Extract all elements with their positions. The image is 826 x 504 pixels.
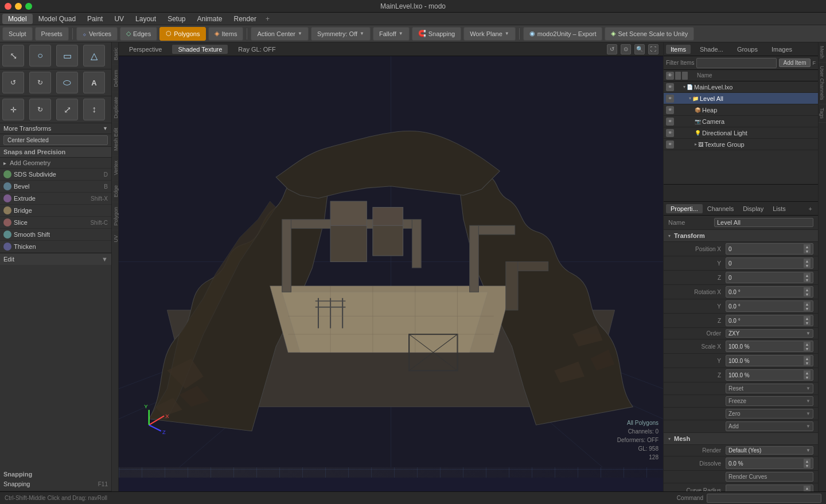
- dissolve-stepper[interactable]: ▲ ▼: [804, 459, 811, 468]
- eye-camera[interactable]: 👁: [666, 118, 674, 126]
- tool-bridge[interactable]: Bridge: [0, 205, 111, 217]
- menu-paint[interactable]: Paint: [81, 14, 108, 24]
- tool-smooth-shift[interactable]: Smooth Shift: [0, 229, 111, 241]
- vp-fullscreen-btn[interactable]: ⛶: [648, 44, 659, 54]
- vp-tab-shaded[interactable]: Shaded Texture: [172, 45, 228, 54]
- menu-layout[interactable]: Layout: [130, 14, 162, 24]
- rot-y-up[interactable]: ▲: [804, 302, 811, 306]
- eye-dirlight[interactable]: 👁: [666, 129, 674, 137]
- eye-col-icon[interactable]: 👁: [666, 72, 674, 80]
- snapping-button[interactable]: 🧲 Snapping: [412, 27, 462, 41]
- prop-tab-display[interactable]: Display: [738, 204, 768, 213]
- eye-heap[interactable]: 👁: [666, 106, 674, 114]
- filter-input[interactable]: [696, 58, 777, 68]
- falloff-button[interactable]: Falloff ▼: [373, 27, 410, 41]
- tool-text[interactable]: A: [83, 72, 105, 93]
- add-geometry-item[interactable]: ▸ Add Geometry: [0, 158, 111, 169]
- dissolve-value[interactable]: 0.0 % ▲ ▼: [726, 458, 813, 469]
- right-tab-mesh[interactable]: Mesh: [819, 42, 826, 62]
- snapping-item-snapping[interactable]: Snapping F11: [3, 479, 108, 489]
- side-tab-polygon[interactable]: Polygon: [112, 202, 118, 230]
- tool-move[interactable]: ⤡: [2, 45, 24, 67]
- tree-item-levelall[interactable]: 👁 ▾ 📁 Level All: [664, 93, 818, 104]
- vp-tab-perspective[interactable]: Perspective: [123, 45, 167, 54]
- menu-plus[interactable]: +: [262, 14, 273, 24]
- position-y-value[interactable]: 0 ▲ ▼: [726, 257, 813, 269]
- scale-y-value[interactable]: 100.0 % ▲ ▼: [726, 355, 813, 366]
- mesh-section-header[interactable]: ▾ Mesh: [664, 433, 818, 445]
- scale-y-down[interactable]: ▼: [804, 361, 811, 365]
- curve-radius-value[interactable]: ▲ ▼: [726, 485, 813, 491]
- add-button[interactable]: Add ▼: [726, 421, 813, 431]
- pos-x-up[interactable]: ▲: [804, 244, 811, 249]
- rot-y-down[interactable]: ▼: [804, 306, 811, 311]
- tree-item-mainlevel[interactable]: 👁 ▾ 📄 MainLevel.lxo: [664, 81, 818, 93]
- eye-mainlevel[interactable]: 👁: [666, 83, 674, 91]
- polygons-button[interactable]: ⬡ Polygons: [159, 27, 206, 41]
- rotation-y-stepper[interactable]: ▲ ▼: [804, 302, 811, 311]
- scale-z-stepper[interactable]: ▲ ▼: [804, 370, 811, 380]
- curve-radius-down[interactable]: ▼: [804, 490, 811, 491]
- rotation-z-stepper[interactable]: ▲ ▼: [804, 316, 811, 325]
- sculpt-button[interactable]: Sculpt: [2, 27, 33, 41]
- side-tab-uv[interactable]: UV: [112, 230, 118, 247]
- vp-reset-btn[interactable]: ↺: [607, 44, 617, 54]
- menu-animate[interactable]: Animate: [191, 14, 228, 24]
- tool-sds-subdivide[interactable]: SDS Subdivide D: [0, 169, 111, 181]
- items-button[interactable]: ◈ Items: [208, 27, 243, 41]
- set-scene-scale-button[interactable]: ◈ Set Scene Scale to Unity: [605, 27, 694, 41]
- scale-z-value[interactable]: 100.0 % ▲ ▼: [726, 369, 813, 381]
- order-value[interactable]: ZXY ▼: [726, 329, 813, 338]
- scale-x-down[interactable]: ▼: [804, 346, 811, 351]
- tool-rotate[interactable]: ↻: [29, 99, 51, 120]
- vertices-button[interactable]: ⬦ Vertices: [76, 27, 118, 41]
- scene-canvas[interactable]: X Y Z All Polygons Channels: 0 Deformers…: [119, 56, 663, 478]
- transform-section-header[interactable]: ▾ Transform: [664, 230, 818, 242]
- edges-button[interactable]: ◇ Edges: [120, 27, 157, 41]
- tool-thicken[interactable]: Thicken: [0, 241, 111, 253]
- side-tab-duplicate[interactable]: Duplicate: [112, 92, 118, 123]
- items-tab-items[interactable]: Items: [666, 45, 691, 54]
- rot-z-down[interactable]: ▼: [804, 321, 811, 325]
- rotation-z-value[interactable]: 0.0 ° ▲ ▼: [726, 315, 813, 326]
- tool-slice[interactable]: Slice Shift-C: [0, 217, 111, 229]
- vp-tab-raygl[interactable]: Ray GL: OFF: [232, 45, 281, 54]
- add-item-button[interactable]: Add Item: [779, 58, 810, 67]
- workplane-button[interactable]: Work Plane ▼: [463, 27, 516, 41]
- tool-bevel[interactable]: Bevel B: [0, 181, 111, 193]
- tool-extrude[interactable]: Extrude Shift-X: [0, 193, 111, 205]
- menu-render[interactable]: Render: [228, 14, 262, 24]
- position-y-stepper[interactable]: ▲ ▼: [804, 259, 811, 268]
- scale-z-down[interactable]: ▼: [804, 375, 811, 380]
- presets-button[interactable]: Presets: [35, 27, 69, 41]
- tool-flip[interactable]: ↕: [83, 99, 105, 120]
- position-x-stepper[interactable]: ▲ ▼: [804, 244, 811, 253]
- minimize-button[interactable]: [15, 3, 22, 10]
- position-z-stepper[interactable]: ▲ ▼: [804, 273, 811, 282]
- pos-y-up[interactable]: ▲: [804, 259, 811, 263]
- side-tab-basic[interactable]: Basic: [112, 42, 118, 65]
- items-tab-groups[interactable]: Groups: [733, 45, 762, 54]
- tool-box[interactable]: ▭: [56, 45, 78, 67]
- rot-x-up[interactable]: ▲: [804, 287, 811, 292]
- viewport[interactable]: Perspective Shaded Texture Ray GL: OFF ↺…: [119, 42, 663, 491]
- curve-radius-up[interactable]: ▲: [804, 486, 811, 490]
- tool-bend[interactable]: ↺: [2, 72, 24, 93]
- pos-x-down[interactable]: ▼: [804, 249, 811, 253]
- menu-uv[interactable]: UV: [108, 14, 130, 24]
- rotation-y-value[interactable]: 0.0 ° ▲ ▼: [726, 300, 813, 312]
- items-tab-shade[interactable]: Shade...: [695, 45, 728, 54]
- dissolve-up[interactable]: ▲: [804, 459, 811, 463]
- side-tab-deform[interactable]: Deform: [112, 65, 118, 92]
- items-tab-images[interactable]: Images: [767, 45, 797, 54]
- prop-name-value[interactable]: Level All: [714, 218, 813, 227]
- freeze-button[interactable]: Freeze ▼: [726, 396, 813, 406]
- side-tab-mesh-edit[interactable]: Mesh Edit: [112, 123, 118, 155]
- scale-x-stepper[interactable]: ▲ ▼: [804, 342, 811, 351]
- scale-z-up[interactable]: ▲: [804, 370, 811, 375]
- tool-transform[interactable]: ✛: [2, 99, 24, 120]
- close-button[interactable]: [5, 3, 11, 10]
- tree-item-heap[interactable]: 👁 📦 Heap: [664, 104, 818, 116]
- position-z-value[interactable]: 0 ▲ ▼: [726, 272, 813, 283]
- pos-y-down[interactable]: ▼: [804, 263, 811, 268]
